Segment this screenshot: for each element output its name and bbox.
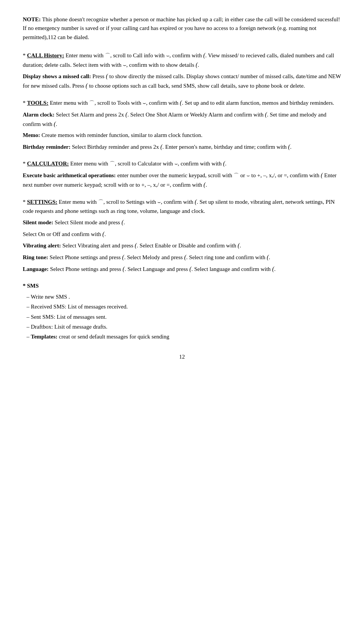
- calc-text2: , scroll to Calculator with: [115, 161, 174, 167]
- calculator-intro: * CALCULATOR: Enter menu with , scroll t…: [23, 159, 341, 168]
- execute-text2: or: [239, 172, 246, 178]
- sms-item-3: – Sent SMS: List of messages sent.: [27, 313, 341, 321]
- language-line: Language: Select Phone settings and pres…: [23, 264, 341, 274]
- calculator-execute: Execute basic arithmetical operations: e…: [23, 171, 341, 190]
- tools-intro: * TOOLS: Enter menu with , scroll to Too…: [23, 98, 341, 108]
- calc-star: *: [23, 161, 27, 167]
- display-missed-label: Display shows a missed call:: [23, 73, 91, 79]
- ringtone-line: Ring tone: Select Phone settings and pre…: [23, 253, 341, 262]
- call-history-text3: , confirm with: [169, 52, 203, 58]
- silent-label: Silent mode:: [23, 219, 53, 225]
- ringtone-label: Ring tone:: [23, 254, 48, 260]
- page-number-value: 12: [179, 354, 185, 360]
- execute-text3: to +, –, x,/, or =, confirm with: [250, 172, 321, 178]
- scroll-icon-3: [143, 100, 146, 106]
- page-number: 12: [23, 353, 341, 361]
- note-label: NOTE:: [23, 16, 41, 22]
- menu-icon-1: [105, 52, 110, 58]
- sms-item-5: – Templates: creat or send default messa…: [27, 332, 341, 341]
- calc-text3: , confirm with with: [178, 161, 223, 167]
- tools-text3: , confirm with: [146, 100, 180, 106]
- calc-text4: .: [225, 161, 227, 167]
- call-history-display: Display shows a missed call: Press to sh…: [23, 72, 341, 91]
- settings-star: *: [23, 199, 27, 205]
- vibrating-label: Vibrating alert:: [23, 242, 61, 249]
- settings-title: SETTINGS:: [27, 199, 57, 205]
- ringtone-text3: . Select ring tone and confirm with: [186, 254, 267, 260]
- execute-text1: enter number over the numeric keypad, sc…: [116, 172, 234, 178]
- tools-star: *: [23, 100, 27, 106]
- scroll-icon-6: [157, 199, 161, 205]
- ringtone-text2: . Select Melody and press: [124, 254, 184, 260]
- menu-icon-3: [110, 161, 115, 167]
- tools-title: TOOLS:: [27, 100, 48, 106]
- alarm-label: Alarm clock:: [23, 112, 55, 118]
- ringtone-text4: .: [269, 254, 270, 260]
- call-history-intro: * CALL History: Enter menu with , scroll…: [23, 51, 341, 70]
- execute-text5: .: [206, 182, 207, 188]
- sms-item-4: – Draftbox: Lisit of message drafts.: [27, 323, 341, 331]
- birthday-text2: . Enter person's name, birthday and time…: [162, 144, 288, 150]
- sms-item-2: – Received SMS: List of messages receive…: [27, 302, 341, 311]
- vibrating-alert-line: Vibrating alert: Select Vibrating alert …: [23, 241, 341, 250]
- display-missed-text3: to choose options such as call back, sen…: [88, 83, 305, 89]
- menu-icon-2: [89, 100, 94, 106]
- silent-text4: .: [104, 231, 106, 237]
- call-history-text1: Enter menu with: [64, 52, 105, 58]
- alarm-clock-line: Alarm clock: Select Set Alarm and press …: [23, 110, 341, 129]
- birthday-line: Birthday reminder: Select Birthday remin…: [23, 142, 341, 152]
- tools-text1: Enter menu with: [49, 100, 89, 106]
- language-text3: . Select language and confirm with: [191, 266, 272, 272]
- scroll-icon-1: [166, 52, 169, 58]
- execute-label: Execute basic arithmetical operations:: [23, 172, 116, 178]
- sms-item-1: – Write new SMS .: [27, 293, 341, 301]
- memo-text: Create memos with reminder function, sim…: [40, 132, 202, 138]
- memo-line: Memo: Create memos with reminder functio…: [23, 131, 341, 140]
- scroll-icon-4: [174, 161, 178, 167]
- tools-text4: . Set up and to edit alarm function, mem…: [182, 100, 334, 106]
- menu-icon-4: [234, 172, 239, 178]
- language-text1: Select Phone settings and press: [49, 266, 122, 272]
- ringtone-text1: Select Phone settings and press: [48, 254, 122, 260]
- birthday-text1: Select Birthday reminder and press 2x: [71, 144, 160, 150]
- silent-mode-line: Silent mode: Select Silent mode and pres…: [23, 218, 341, 227]
- menu-icon-5: [98, 199, 104, 205]
- calc-title: CALCULATOR:: [27, 161, 69, 167]
- sms-section: * SMS – Write new SMS . – Received SMS: …: [23, 282, 341, 342]
- language-text4: .: [274, 266, 276, 272]
- scroll-icon-5: [246, 172, 250, 178]
- silent-text1: Select Silent mode and press: [53, 219, 121, 225]
- settings-text3: , confirm with: [161, 199, 195, 205]
- vibrating-text3: .: [240, 242, 241, 249]
- alarm-text4: .: [56, 121, 57, 127]
- sms-title: SMS: [27, 283, 39, 289]
- call-history-text2: , scroll to Call info with: [110, 52, 166, 58]
- vibrating-text2: . Select Enable or Disable and confirm w…: [137, 242, 238, 249]
- alarm-text2: . Select One Shot Alarm or Weekly Alarm …: [127, 112, 265, 118]
- sms-title-line: * SMS: [23, 282, 341, 290]
- page-content: NOTE: This phone doesn't recognize wheth…: [23, 15, 341, 361]
- select-on-off-line: Select On or Off and confirm with .: [23, 230, 341, 239]
- birthday-label: Birthday reminder:: [23, 144, 71, 150]
- settings-text2: , scroll to Settings with: [104, 199, 158, 205]
- scroll-icon-2: [123, 62, 126, 68]
- settings-text1: Enter menu with: [57, 199, 98, 205]
- language-text2: . Select Language and press: [125, 266, 190, 272]
- call-history-star: *: [23, 52, 27, 58]
- call-history-title: CALL History:: [27, 52, 64, 58]
- sms-list: – Write new SMS . – Received SMS: List o…: [27, 293, 341, 341]
- silent-text3: Select On or Off and confirm with: [23, 231, 102, 237]
- settings-section: * SETTINGS: Enter menu with , scroll to …: [23, 197, 341, 274]
- sms-star: *: [23, 283, 27, 289]
- settings-intro: * SETTINGS: Enter menu with , scroll to …: [23, 197, 341, 216]
- vibrating-text1: Select Vibrating alert and press: [61, 242, 135, 249]
- note-text: This phone doesn't recognize whether a p…: [23, 16, 340, 40]
- call-history-text5: , confirm with to show details: [126, 62, 196, 68]
- display-missed-text: Press: [91, 73, 106, 79]
- birthday-text3: .: [290, 144, 292, 150]
- tools-section: * TOOLS: Enter menu with , scroll to Too…: [23, 98, 341, 151]
- call-history-section: * CALL History: Enter menu with , scroll…: [23, 51, 341, 91]
- silent-text2: .: [124, 219, 125, 225]
- memo-label: Memo:: [23, 132, 40, 138]
- calculator-section: * CALCULATOR: Enter menu with , scroll t…: [23, 159, 341, 189]
